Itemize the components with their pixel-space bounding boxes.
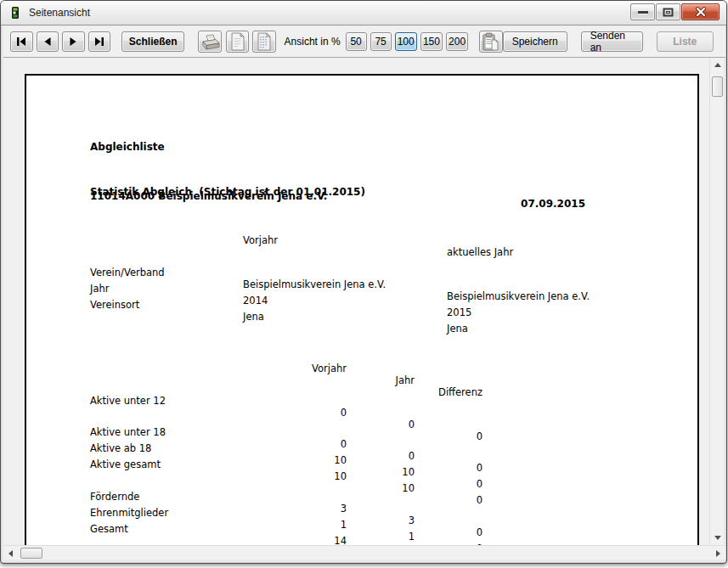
stats-row: Gesamt 14 14 0	[26, 511, 697, 525]
zoom-150-button[interactable]: 150	[420, 32, 443, 51]
app-icon	[8, 6, 22, 20]
close-icon	[695, 7, 707, 17]
zoom-75-button[interactable]: 75	[370, 32, 392, 51]
stats-row: Aktive ab 18 10 10 0	[26, 430, 697, 444]
print-button[interactable]	[198, 31, 221, 53]
scroll-up-button[interactable]	[710, 58, 725, 72]
list-button: Liste	[657, 31, 714, 52]
last-page-icon	[93, 37, 105, 47]
single-page-view-button[interactable]	[226, 31, 249, 53]
stats-header-vorjahr: Vorjahr	[243, 363, 347, 374]
zoom-100-button[interactable]: 100	[395, 32, 417, 51]
stats-row: Aktive unter 18 0 0 0	[26, 414, 697, 428]
stats-label: Aktive gesamt	[90, 458, 161, 470]
info-row: Vereinsort Jena Jena	[26, 287, 697, 301]
vertical-scrollbar[interactable]	[709, 58, 724, 545]
last-page-button[interactable]	[88, 31, 111, 52]
scroll-down-icon	[714, 536, 721, 540]
minimize-icon	[638, 11, 648, 14]
stats-header-row: Vorjahr Jahr Differenz	[26, 351, 697, 364]
send-to-button[interactable]: Senden an	[581, 31, 643, 52]
stats-row: Ehrenmitglieder 1 1 0	[26, 495, 697, 509]
doc-org-line: 11014A000 Beispielmusikverein Jena e.V.	[90, 190, 327, 202]
next-page-button[interactable]	[62, 31, 85, 52]
clipboard-icon	[482, 32, 499, 51]
maximize-button[interactable]	[656, 3, 680, 20]
minimize-button[interactable]	[630, 3, 655, 20]
scroll-right-icon	[716, 550, 720, 557]
scroll-left-button[interactable]	[3, 546, 18, 560]
preview-area: Abgleichliste Statistik Abgleich (Sticht…	[3, 58, 712, 545]
info-curr: 2015	[447, 306, 471, 318]
horizontal-scrollbar[interactable]	[3, 545, 725, 560]
save-button[interactable]: Speichern	[503, 31, 567, 52]
previous-page-button[interactable]	[37, 31, 59, 52]
toolbar: Schließen	[3, 26, 725, 58]
zoom-200-button[interactable]: 200	[446, 32, 468, 51]
next-page-icon	[67, 37, 79, 47]
scroll-right-button[interactable]	[711, 546, 725, 560]
multi-page-icon	[256, 32, 272, 51]
info-label: Vereinsort	[90, 299, 139, 311]
copy-to-clipboard-button[interactable]	[479, 31, 502, 53]
vertical-scroll-thumb[interactable]	[712, 76, 723, 97]
document-page: Abgleichliste Statistik Abgleich (Sticht…	[25, 74, 699, 545]
printer-icon	[200, 32, 220, 51]
zoom-50-button[interactable]: 50	[346, 32, 367, 51]
scroll-left-icon	[8, 550, 13, 557]
close-preview-button[interactable]: Schließen	[121, 31, 184, 52]
info-prev: Jena	[243, 311, 264, 323]
previous-page-icon	[42, 37, 54, 47]
scroll-up-icon	[714, 63, 721, 67]
stats-row: Fördernde 3 3 0	[26, 479, 697, 492]
single-page-icon	[229, 32, 245, 51]
info-curr: Jena	[447, 323, 468, 335]
multi-page-view-button[interactable]	[252, 31, 275, 53]
stats-row: Aktive gesamt 10 10 0	[26, 447, 697, 460]
first-page-icon	[15, 37, 27, 47]
stats-label: Gesamt	[90, 523, 128, 535]
info-row: Jahr 2014 2015	[26, 271, 697, 284]
info-row: Verein/Verband Beispielmusikverein Jena …	[26, 255, 697, 268]
zoom-percent-label: Ansicht in %	[285, 36, 341, 48]
titlebar: Seitenansicht	[1, 1, 726, 25]
scroll-down-button[interactable]	[710, 531, 725, 545]
maximize-icon	[663, 8, 674, 17]
doc-title: Abgleichliste	[90, 141, 165, 153]
horizontal-scroll-thumb[interactable]	[20, 548, 42, 559]
info-col-prev-header: Vorjahr	[243, 234, 278, 246]
stats-label: Aktive unter 12	[90, 395, 166, 407]
first-page-button[interactable]	[10, 31, 33, 52]
seitenansicht-window: Seitenansicht	[0, 0, 727, 564]
stats-row: Aktive unter 12 0 0 0	[26, 383, 697, 396]
close-button[interactable]	[681, 3, 720, 20]
window-title: Seitenansicht	[29, 7, 90, 19]
